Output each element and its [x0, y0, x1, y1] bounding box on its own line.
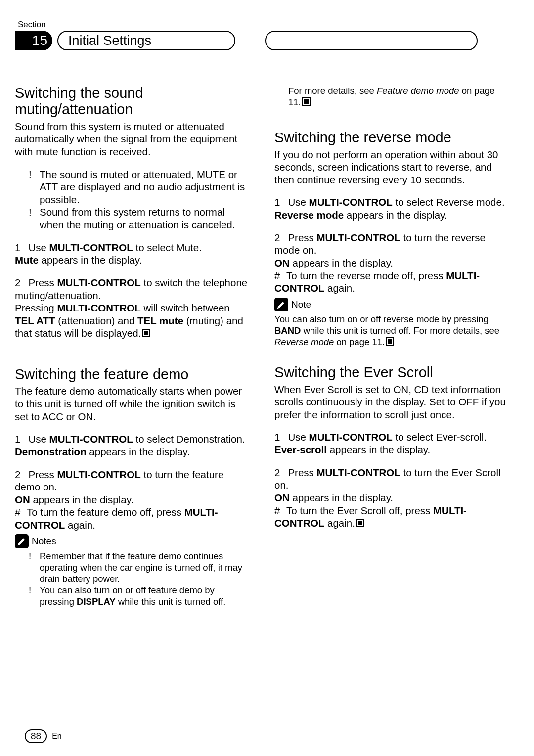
sub-b: appears in the display. [39, 254, 142, 266]
t: ON [15, 494, 30, 505]
heading-sound-muting: Switching the sound muting/attenuation [15, 85, 250, 118]
t: appears in the display. [290, 492, 393, 503]
heading-ever-scroll: Switching the Ever Scroll [274, 364, 509, 381]
step-head: 1Use MULTI-CONTROL to select Reverse mod… [274, 196, 509, 209]
t: Feature demo mode [377, 86, 459, 96]
note-text: You can also turn on or off reverse mode… [274, 313, 509, 348]
continuation-text: For more details, see Feature demo mode … [274, 85, 509, 108]
t: again. [324, 517, 355, 529]
intro-text: If you do not perform an operation withi… [274, 148, 509, 186]
hash-line: #To turn the Ever Scroll off, press MULT… [274, 504, 509, 530]
t: appears in the display. [290, 257, 393, 268]
step-number: 2 [274, 232, 280, 243]
heading-reverse-mode: Switching the reverse mode [274, 130, 509, 146]
list-item: !Sound from this system returns to norma… [29, 206, 250, 231]
left-column: Switching the sound muting/attenuation S… [15, 85, 250, 607]
t: MULTI-CONTROL [57, 469, 141, 480]
section-label: Section [18, 20, 509, 30]
bullet-mark: ! [29, 584, 40, 607]
hash-mark: # [274, 504, 286, 517]
note-heading: Note [274, 298, 509, 311]
page-header: 15 Initial Settings [15, 31, 509, 50]
notes-heading: Notes [15, 534, 250, 548]
t: on page 11. [334, 337, 385, 347]
t: MULTI-CONTROL [57, 277, 141, 288]
step-block: 1Use MULTI-CONTROL to select Mute. Mute … [15, 241, 250, 267]
list-item: !Remember that if the feature demo conti… [29, 550, 250, 584]
pencil-icon [15, 534, 29, 548]
body-columns: Switching the sound muting/attenuation S… [15, 85, 509, 607]
t: again. [324, 282, 355, 294]
step-number: 1 [15, 433, 20, 445]
page-footer: 88 En [25, 729, 62, 743]
t: MULTI-CONTROL [309, 431, 393, 443]
t: For more details, see [288, 86, 377, 96]
header-bubble-empty [265, 31, 478, 50]
step-head: 2Press MULTI-CONTROL to turn the reverse… [274, 231, 509, 257]
pencil-icon [274, 298, 288, 311]
step-head: 1Use MULTI-CONTROL to select Ever-scroll… [274, 431, 509, 444]
t: while this unit is turned off. For more … [301, 325, 499, 336]
t: Demonstration [15, 446, 87, 457]
t: while this unit is turned off. [116, 596, 226, 607]
t: MULTI-CONTROL [317, 467, 400, 478]
t: Remember that if the feature demo contin… [40, 550, 250, 584]
t: ON [274, 492, 290, 503]
step-head: 2Press MULTI-CONTROL to turn the feature… [15, 468, 250, 493]
notes-label: Notes [32, 535, 56, 547]
t: Press [288, 232, 316, 243]
step-sub: Reverse mode appears in the display. [274, 209, 509, 222]
t: to select Reverse mode. [393, 196, 505, 208]
list-item: !You can also turn on or off feature dem… [29, 584, 250, 607]
t: MULTI-CONTROL [309, 196, 393, 208]
t: to select Ever-scroll. [393, 431, 487, 443]
step-number: 2 [274, 467, 280, 478]
hash-mark: # [15, 506, 27, 519]
step-sub: ON appears in the display. [274, 491, 509, 504]
step-head: 1Use MULTI-CONTROL to select Demonstrati… [15, 433, 250, 445]
step-block: 1Use MULTI-CONTROL to select Ever-scroll… [274, 431, 509, 456]
bullet-text: Sound from this system returns to normal… [40, 206, 250, 231]
end-mark-icon [302, 97, 311, 106]
t: to select Demonstration. [133, 433, 245, 445]
intro-text: Sound from this system is muted or atten… [15, 120, 250, 158]
step-block: 2Press MULTI-CONTROL to turn the feature… [15, 468, 250, 532]
step-head: 1Use MULTI-CONTROL to select Mute. [15, 241, 250, 254]
step-head: 2Press MULTI-CONTROL to switch the telep… [15, 276, 250, 302]
bullet-mark: ! [29, 206, 40, 231]
t: Press [28, 277, 57, 288]
note-label: Note [291, 299, 311, 311]
step-sub: Pressing MULTI-CONTROL will switch betwe… [15, 302, 250, 340]
sub-a: Mute [15, 254, 39, 266]
t: To turn the feature demo off, press [27, 506, 184, 518]
t: You can also turn on or off feature demo… [40, 584, 250, 607]
t: To turn the reverse mode off, press [286, 270, 446, 281]
hash-line: #To turn the reverse mode off, press MUL… [274, 269, 509, 295]
t: TEL mute [137, 315, 183, 326]
t: appears in the display. [30, 494, 134, 505]
step-sub: ON appears in the display. [274, 257, 509, 269]
t: You can also turn on or off reverse mode… [274, 314, 489, 324]
step-number: 1 [274, 431, 280, 443]
step-sub: ON appears in the display. [15, 493, 250, 506]
bullet-mark: ! [29, 168, 40, 206]
t: Pressing [15, 302, 57, 313]
bullet-list: !The sound is muted or attenuated, MUTE … [15, 168, 250, 231]
t: appears in the display. [327, 444, 430, 455]
t: Use [28, 433, 49, 445]
step-text-a: Use [28, 242, 49, 253]
step-number: 2 [15, 277, 20, 288]
t: appears in the display. [87, 446, 190, 457]
step-sub: Mute appears in the display. [15, 254, 250, 267]
t: MULTI-CONTROL [317, 232, 400, 243]
intro-text: When Ever Scroll is set to ON, CD text i… [274, 383, 509, 421]
t: (attenuation) and [55, 315, 137, 326]
end-mark-icon [386, 337, 394, 346]
step-sub: Demonstration appears in the display. [15, 445, 250, 458]
step-block: 1Use MULTI-CONTROL to select Reverse mod… [274, 196, 509, 221]
section-number-badge: 15 [15, 31, 52, 50]
t: ON [274, 257, 290, 268]
t: Use [288, 431, 309, 443]
step-number: 1 [274, 196, 280, 208]
t: will switch between [141, 302, 230, 313]
